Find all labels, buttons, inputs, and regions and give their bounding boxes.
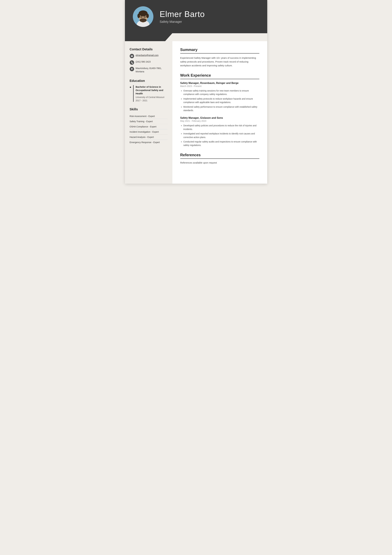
skill-item: OSHA Compliance - Expert <box>130 124 168 129</box>
edu-school: University of Central Missouri <box>135 96 167 99</box>
chevron-decoration <box>125 33 267 41</box>
address-text: Mauriciobury, 81493-7861, Montana <box>136 67 168 73</box>
skill-item: Hazard Analysis - Expert <box>130 135 168 140</box>
svg-point-12 <box>144 16 145 17</box>
edu-content: Bachelor of Science in Occupational Safe… <box>133 85 167 102</box>
list-item: Monitored safety performance to ensure c… <box>183 105 259 112</box>
work-experience-section: Work Experience Safety Manager, Rosenbau… <box>180 73 259 147</box>
list-item: Conducted regular safety audits and insp… <box>183 140 259 147</box>
skill-item: Risk Assessment - Expert <box>130 114 168 119</box>
skills-list: Risk Assessment - ExpertSafety Training … <box>130 114 168 145</box>
svg-point-5 <box>137 14 140 18</box>
job-bullets: Developed safety policies and procedures… <box>180 124 259 147</box>
svg-point-4 <box>139 10 148 16</box>
person-title: Safety Manager <box>160 20 259 24</box>
job-title: Safety Manager, Rosenbaum, Reinger and B… <box>180 82 259 85</box>
avatar-wrapper <box>133 6 153 27</box>
list-item: Investigated and reported workplace inci… <box>183 132 259 139</box>
skills-section: Skills Risk Assessment - ExpertSafety Tr… <box>130 108 168 145</box>
address-item: Mauriciobury, 81493-7861, Montana <box>130 67 168 73</box>
svg-point-7 <box>140 18 147 22</box>
email-text: elmerbarto@gmail.com <box>136 54 159 57</box>
skill-item: Safety Training - Expert <box>130 119 168 124</box>
location-icon <box>130 67 134 71</box>
chevron-left <box>125 33 172 41</box>
summary-section: Summary Experienced Safety Manager with … <box>180 47 259 67</box>
phone-item: (241) 580 2423 <box>130 60 168 65</box>
contact-section: Contact Details elmerbarto@gmail.com <box>130 47 168 73</box>
education-section-title: Education <box>130 79 168 83</box>
email-item: elmerbarto@gmail.com <box>130 54 168 58</box>
header-info: Elmer Barto Safety Manager <box>160 10 259 24</box>
job-date: May 2021 - February 2023 <box>180 120 259 122</box>
references-text: References available upon request <box>180 161 259 164</box>
list-item: Developed safety policies and procedures… <box>183 124 259 131</box>
sidebar: Contact Details elmerbarto@gmail.com <box>125 41 172 184</box>
phone-text: (241) 580 2423 <box>136 60 151 64</box>
contact-section-title: Contact Details <box>130 47 168 51</box>
email-link[interactable]: elmerbarto@gmail.com <box>136 54 159 57</box>
work-experience-title: Work Experience <box>180 73 259 79</box>
skills-section-title: Skills <box>130 108 168 111</box>
references-section: References References available upon req… <box>180 153 259 164</box>
jobs-list: Safety Manager, Rosenbaum, Reinger and B… <box>180 82 259 147</box>
references-title: References <box>180 153 259 159</box>
person-name: Elmer Barto <box>160 10 259 19</box>
summary-text: Experienced Safety Manager with 10+ year… <box>180 56 259 67</box>
list-item: Implemented safety protocols to reduce w… <box>183 97 259 104</box>
edu-years: 2017 - 2021 <box>135 99 167 102</box>
email-icon <box>130 54 134 58</box>
list-item: Oversaw safety training sessions for new… <box>183 89 259 96</box>
avatar <box>133 6 153 27</box>
resume-header: Elmer Barto Safety Manager <box>125 0 267 33</box>
resume-body: Contact Details elmerbarto@gmail.com <box>125 41 267 184</box>
edu-bullet: ● <box>130 86 131 102</box>
skill-item: Emergency Response - Expert <box>130 140 168 145</box>
skill-item: Incident Investigation - Expert <box>130 129 168 135</box>
phone-icon <box>130 60 134 65</box>
resume-container: Elmer Barto Safety Manager Contact Detai… <box>125 0 267 184</box>
svg-point-6 <box>146 14 149 18</box>
edu-degree: Bachelor of Science in Occupational Safe… <box>135 85 167 95</box>
job-item: Safety Manager, Gislason and SonsMay 202… <box>180 117 259 147</box>
job-date: March 2023 - Present <box>180 85 259 87</box>
summary-title: Summary <box>180 47 259 53</box>
job-title: Safety Manager, Gislason and Sons <box>180 117 259 119</box>
education-item: ● Bachelor of Science in Occupational Sa… <box>130 85 168 102</box>
job-bullets: Oversaw safety training sessions for new… <box>180 89 259 112</box>
education-section: Education ● Bachelor of Science in Occup… <box>130 79 168 102</box>
job-item: Safety Manager, Rosenbaum, Reinger and B… <box>180 82 259 112</box>
svg-point-11 <box>141 16 142 17</box>
chevron-right <box>172 33 267 41</box>
main-content: Summary Experienced Safety Manager with … <box>172 41 267 184</box>
